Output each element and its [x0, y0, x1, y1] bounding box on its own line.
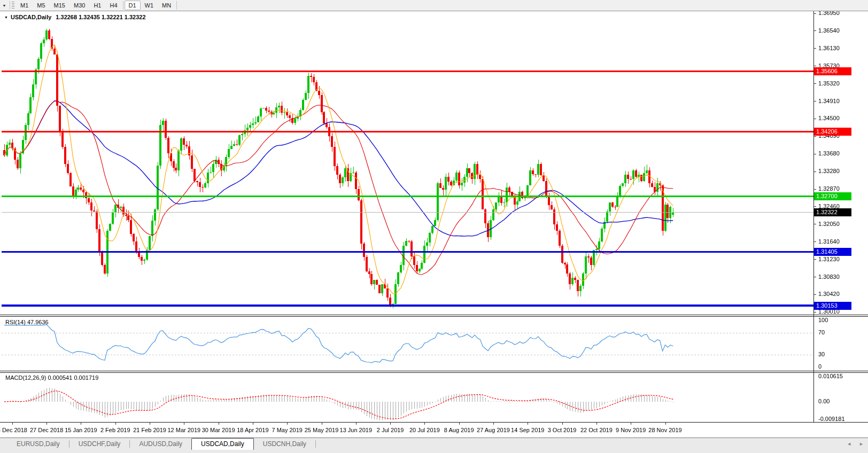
- timeframe-button-m1[interactable]: M1: [16, 1, 33, 10]
- indicator-axis-label: 30: [818, 351, 861, 357]
- price-level-line[interactable]: [2, 212, 813, 213]
- price-level-badge: 1.35606: [814, 67, 851, 75]
- indicator-axis-label: 0.00: [818, 398, 861, 404]
- price-level-line[interactable]: [2, 304, 813, 307]
- chart-ohlc-quote: 1.32268 1.32435 1.32221 1.32322: [56, 14, 145, 20]
- timeframe-button-m15[interactable]: M15: [50, 1, 69, 10]
- price-tick-label: 1.35320: [818, 80, 856, 87]
- price-tick-label: 1.30830: [818, 274, 856, 280]
- date-tick-mark: [253, 422, 253, 425]
- tab-audusd-daily[interactable]: AUDUSD,Daily: [130, 439, 191, 449]
- indicator-axis-label: 70: [818, 329, 861, 335]
- date-tick-mark: [459, 422, 460, 425]
- rsi-pane-label: RSI(14) 47.9636: [5, 319, 49, 325]
- date-tick-mark: [184, 422, 184, 425]
- price-level-line[interactable]: [2, 196, 813, 197]
- date-tick-mark: [12, 422, 13, 425]
- price-tick-label: 1.32870: [818, 185, 856, 192]
- pane-separator[interactable]: [0, 372, 868, 373]
- tabs-scroll-right-button[interactable]: ►: [859, 441, 864, 447]
- price-level-badge: 1.31405: [814, 248, 851, 256]
- date-tick-mark: [562, 422, 563, 425]
- price-level-line[interactable]: [2, 251, 813, 253]
- date-tick-mark: [631, 422, 631, 425]
- indicator-axis-label: -0.009181: [818, 416, 861, 422]
- price-level-badge: 1.32700: [814, 192, 851, 200]
- price-tick-mark: [813, 101, 816, 101]
- price-tick-label: 1.36130: [818, 45, 856, 51]
- pane-border: [0, 422, 868, 423]
- timeframe-toolbar: ▼ M1 M5 M15 M30 H1 H4 D1 W1 MN: [0, 0, 868, 11]
- date-tick-mark: [390, 422, 391, 425]
- toolbar-grip[interactable]: [12, 2, 14, 9]
- chart-symbol-label: USDCAD,Daily: [11, 14, 51, 20]
- price-tick-mark: [813, 30, 816, 31]
- price-tick-label: 1.31230: [818, 256, 856, 262]
- price-tick-label: 1.32050: [818, 221, 856, 227]
- price-tick-label: 1.31640: [818, 238, 856, 245]
- price-tick-mark: [813, 312, 816, 313]
- timeframe-button-m5[interactable]: M5: [33, 1, 49, 10]
- price-tick-mark: [813, 206, 816, 207]
- tab-usdcnh-daily[interactable]: USDCNH,Daily: [254, 439, 315, 449]
- date-tick-mark: [115, 422, 116, 425]
- date-tick-label: 28 Nov 2019: [643, 427, 688, 433]
- timeframe-button-m30[interactable]: M30: [69, 1, 89, 10]
- tab-usdcad-daily[interactable]: USDCAD,Daily: [191, 438, 254, 450]
- price-level-badge: 1.32322: [814, 208, 851, 216]
- price-tick-label: 1.30420: [818, 291, 856, 297]
- timeframe-button-h4[interactable]: H4: [105, 1, 121, 10]
- pane-separator[interactable]: [0, 371, 868, 371]
- price-tick-mark: [813, 13, 816, 14]
- date-tick-mark: [493, 422, 494, 425]
- toolbar-dropdown-icon[interactable]: ▼: [0, 1, 9, 10]
- price-tick-mark: [813, 48, 816, 49]
- tab-eurusd-daily[interactable]: EURUSD,Daily: [7, 439, 69, 449]
- indicator-axis-label: 0.010615: [818, 373, 861, 379]
- date-tick-mark: [528, 422, 528, 425]
- price-tick-mark: [813, 241, 816, 242]
- price-tick-label: 1.34500: [818, 115, 856, 121]
- date-tick-mark: [596, 422, 597, 425]
- pane-separator[interactable]: [0, 316, 868, 317]
- price-tick-mark: [813, 294, 816, 295]
- date-tick-mark: [150, 422, 150, 425]
- price-tick-mark: [813, 66, 816, 66]
- pane-separator[interactable]: [0, 315, 868, 315]
- indicator-axis-label: 100: [818, 317, 861, 323]
- tabs-scroll-left-button[interactable]: ◄: [847, 441, 851, 447]
- price-tick-label: 1.34910: [818, 98, 856, 104]
- date-tick-mark: [424, 422, 425, 425]
- price-chart-canvas[interactable]: [0, 0, 868, 453]
- date-tick-mark: [287, 422, 288, 425]
- date-tick-mark: [81, 422, 81, 425]
- price-level-line[interactable]: [2, 71, 813, 72]
- price-level-line[interactable]: [2, 131, 813, 132]
- price-tick-label: 1.33680: [818, 150, 856, 157]
- price-level-badge: 1.30153: [814, 302, 851, 310]
- price-tick-label: 1.33280: [818, 168, 856, 174]
- price-tick-mark: [813, 277, 816, 277]
- timeframe-button-w1[interactable]: W1: [141, 1, 158, 10]
- price-level-badge: 1.34206: [814, 128, 851, 136]
- terminal-window: ▼ M1 M5 M15 M30 H1 H4 D1 W1 MN ▼USDCAD,D…: [0, 0, 868, 453]
- timeframe-button-d1[interactable]: D1: [125, 1, 141, 10]
- toolbar-separator: [10, 1, 10, 10]
- price-tick-mark: [813, 136, 816, 137]
- date-tick-mark: [356, 422, 356, 425]
- chart-title: ▼USDCAD,Daily1.32268 1.32435 1.32221 1.3…: [4, 14, 146, 20]
- timeframe-button-h1[interactable]: H1: [89, 1, 105, 10]
- macd-pane-label: MACD(12,26,9) 0.000541 0.001719: [5, 374, 98, 381]
- price-tick-mark: [813, 171, 816, 172]
- price-tick-mark: [813, 189, 816, 190]
- price-tick-mark: [813, 154, 816, 154]
- date-tick-mark: [219, 422, 219, 425]
- chart-collapse-icon[interactable]: ▼: [4, 15, 8, 19]
- timeframe-button-mn[interactable]: MN: [158, 1, 175, 10]
- date-tick-mark: [665, 422, 666, 425]
- price-tick-mark: [813, 83, 816, 84]
- price-tick-mark: [813, 119, 816, 119]
- price-tick-label: 1.36540: [818, 27, 856, 34]
- tab-usdchf-daily[interactable]: USDCHF,Daily: [69, 439, 130, 449]
- price-tick-mark: [813, 259, 816, 260]
